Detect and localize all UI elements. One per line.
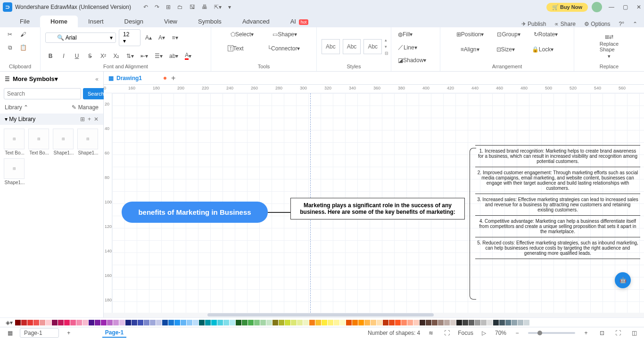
color-swatch[interactable]: [174, 320, 180, 325]
color-swatch[interactable]: [395, 320, 401, 325]
color-swatch[interactable]: [156, 320, 162, 325]
color-swatch[interactable]: [205, 320, 211, 325]
manage-button[interactable]: ✎ Manage: [72, 104, 99, 111]
color-swatch[interactable]: [279, 320, 284, 325]
color-swatch[interactable]: [346, 320, 352, 325]
color-swatch[interactable]: [456, 320, 462, 325]
print-icon[interactable]: 🖶: [202, 4, 207, 10]
publish-button[interactable]: ✈ Publish: [521, 21, 546, 27]
color-swatch[interactable]: [364, 320, 370, 325]
notification-icon[interactable]: ?°: [619, 21, 624, 27]
lock-button[interactable]: 🔒 Lock▾: [530, 44, 555, 55]
color-swatch[interactable]: [27, 320, 33, 325]
color-swatch[interactable]: [46, 320, 51, 325]
color-swatch[interactable]: [481, 320, 487, 325]
color-swatch[interactable]: [358, 320, 364, 325]
format-painter-icon[interactable]: 🖌: [18, 29, 28, 40]
color-swatch[interactable]: [168, 320, 174, 325]
color-swatch[interactable]: [107, 320, 113, 325]
tab-advanced[interactable]: Advanced: [232, 16, 280, 27]
fullscreen-icon[interactable]: ⛶: [613, 328, 623, 338]
font-color-icon[interactable]: A▾: [183, 50, 193, 62]
color-swatch[interactable]: [487, 320, 493, 325]
color-swatch[interactable]: [132, 320, 137, 325]
color-swatch[interactable]: [328, 320, 333, 325]
shape-benefits-list[interactable]: 1. Increased brand recognition: Marketin…: [475, 145, 640, 259]
color-swatch[interactable]: [33, 320, 39, 325]
color-swatch[interactable]: [83, 320, 88, 325]
size-button[interactable]: ⊡ Size▾: [495, 44, 517, 55]
palette-picker-icon[interactable]: ◈▾: [4, 317, 15, 328]
library-shape[interactable]: ▧Shape1...: [53, 129, 74, 155]
text-tool[interactable]: 🅃 Text: [226, 43, 246, 54]
color-swatch[interactable]: [272, 320, 278, 325]
color-swatch[interactable]: [260, 320, 266, 325]
tab-insert[interactable]: Insert: [78, 16, 114, 27]
color-swatch[interactable]: [70, 320, 76, 325]
color-swatch[interactable]: [95, 320, 100, 325]
color-swatch[interactable]: [499, 320, 505, 325]
copy-icon[interactable]: ⧉: [5, 42, 15, 53]
font-family-select[interactable]: 🔍 Arial ▾: [45, 32, 116, 43]
style-preset-2[interactable]: Abc: [343, 39, 361, 54]
library-dropdown[interactable]: Library ⌃: [5, 104, 28, 111]
search-input[interactable]: [4, 88, 81, 99]
color-swatch[interactable]: [450, 320, 456, 325]
connector[interactable]: [268, 212, 290, 213]
select-tool[interactable]: ⬠ Select ▾: [229, 29, 256, 40]
color-swatch[interactable]: [383, 320, 388, 325]
color-swatch[interactable]: [518, 320, 523, 325]
style-preset-3[interactable]: Abc: [363, 39, 382, 54]
color-swatch[interactable]: [444, 320, 450, 325]
connector-tool[interactable]: └ Connector ▾: [265, 43, 302, 54]
color-swatch[interactable]: [193, 320, 198, 325]
color-swatch[interactable]: [352, 320, 358, 325]
color-swatch[interactable]: [407, 320, 413, 325]
zoom-slider[interactable]: [528, 332, 575, 334]
lib-close-icon[interactable]: ✕: [94, 116, 99, 122]
benefit-item[interactable]: 1. Increased brand recognition: Marketin…: [475, 145, 640, 167]
line-spacing-icon[interactable]: ⇅▾: [124, 51, 136, 61]
color-swatch[interactable]: [432, 320, 438, 325]
color-swatch[interactable]: [89, 320, 94, 325]
color-swatch[interactable]: [309, 320, 315, 325]
undo-icon[interactable]: ↶: [143, 4, 148, 10]
add-page-button[interactable]: +: [171, 74, 175, 82]
color-swatch[interactable]: [475, 320, 480, 325]
library-shape[interactable]: ▧Shape1...: [4, 158, 25, 185]
color-swatch[interactable]: [524, 320, 529, 325]
indent-icon[interactable]: ⇤▾: [139, 51, 150, 61]
tab-design[interactable]: Design: [114, 16, 154, 27]
fit-page-icon[interactable]: ⊡: [597, 328, 607, 338]
color-swatch[interactable]: [266, 320, 272, 325]
my-library-toggle[interactable]: ▾ My Library: [5, 116, 35, 122]
color-swatch[interactable]: [340, 320, 346, 325]
color-swatch[interactable]: [248, 320, 254, 325]
color-swatch[interactable]: [420, 320, 425, 325]
color-swatch[interactable]: [162, 320, 168, 325]
color-swatch[interactable]: [389, 320, 395, 325]
tab-ai[interactable]: AI hot: [280, 16, 319, 27]
benefit-item[interactable]: 3. Increased sales: Effective marketing …: [475, 194, 640, 215]
color-swatch[interactable]: [426, 320, 431, 325]
color-swatch[interactable]: [285, 320, 290, 325]
focus-mode-icon[interactable]: ⛶: [442, 328, 452, 338]
close-icon[interactable]: ✕: [636, 4, 641, 10]
color-swatch[interactable]: [438, 320, 444, 325]
zoom-in-icon[interactable]: +: [581, 328, 591, 338]
color-swatch[interactable]: [303, 320, 309, 325]
increase-font-icon[interactable]: A▴: [143, 32, 154, 43]
page-select[interactable]: Page-1: [20, 328, 59, 338]
collapse-ribbon-icon[interactable]: ⌃: [633, 21, 637, 27]
superscript-icon[interactable]: X²: [98, 51, 108, 61]
layers-icon[interactable]: ≋: [426, 328, 436, 338]
share-button[interactable]: ∝ Share: [554, 21, 575, 27]
color-swatch[interactable]: [52, 320, 58, 325]
save-icon[interactable]: 🖫: [190, 4, 195, 10]
more-icon[interactable]: ▾: [228, 4, 231, 10]
subscript-icon[interactable]: X₂: [111, 51, 122, 61]
tab-home[interactable]: Home: [40, 16, 78, 27]
shape-main-topic[interactable]: benefits of Marketing in Business: [122, 202, 268, 223]
font-size-select[interactable]: 12 ▾: [119, 29, 140, 46]
color-swatch[interactable]: [377, 320, 382, 325]
